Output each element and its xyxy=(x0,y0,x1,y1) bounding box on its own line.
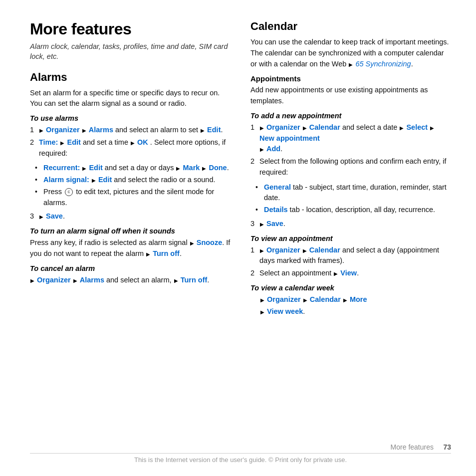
arrow-icon xyxy=(303,123,307,132)
arrow-icon xyxy=(174,276,178,285)
view-week-bullets: Organizer Calendar More View week. xyxy=(250,294,451,317)
to-view-heading: To view an appointment xyxy=(250,235,451,242)
view-appointment-steps: 1 Organizer Calendar and select a day (a… xyxy=(250,245,451,279)
calendar-title: Calendar xyxy=(250,20,451,33)
arrow-icon xyxy=(260,145,264,154)
footer-section-label: More features xyxy=(391,443,434,451)
arrow-icon xyxy=(39,212,43,221)
arrow-icon xyxy=(92,176,96,185)
footer-section-page: More features 73 xyxy=(30,443,451,451)
to-use-alarms-heading: To use alarms xyxy=(30,114,231,122)
alarms-bullets: • Recurrent: Edit and set a day or days … xyxy=(30,163,231,208)
arrow-icon xyxy=(60,138,64,147)
appointments-title: Appointments xyxy=(250,74,451,83)
add-appointment-steps: 1 Organizer Calendar and select a date S… xyxy=(250,122,451,178)
right-column: Calendar You can use the calendar to kee… xyxy=(250,20,451,320)
footer-notice: This is the Internet version of the user… xyxy=(30,456,451,464)
arrow-icon xyxy=(190,238,194,247)
arrow-icon xyxy=(176,164,180,173)
arrow-icon xyxy=(146,249,150,258)
to-turn-off-heading: To turn an alarm signal off when it soun… xyxy=(30,227,231,235)
use-alarms-steps: 1 Organizer Alarms and select an alarm t… xyxy=(30,125,231,159)
arrow-icon xyxy=(131,138,135,147)
footer: More features 73 This is the Internet ve… xyxy=(0,443,476,464)
step3-save: 3 Save. xyxy=(30,211,231,222)
page: More features Alarm clock, calendar, tas… xyxy=(0,0,476,476)
add-step3-save: 3 Save. xyxy=(250,219,451,230)
arrow-icon xyxy=(430,123,434,132)
calendar-description: You can use the calendar to keep track o… xyxy=(250,37,451,69)
appointments-description: Add new appointments or use existing app… xyxy=(250,85,451,107)
page-title: More features xyxy=(30,20,231,38)
to-view-week-heading: To view a calendar week xyxy=(250,284,451,292)
add-step-1: 1 Organizer Calendar and select a date S… xyxy=(250,122,451,155)
arrow-icon xyxy=(82,126,86,135)
arrow-icon xyxy=(82,164,86,173)
step-2: 2 Time: Edit and set a time OK . Select … xyxy=(30,137,231,159)
arrow-icon xyxy=(73,276,77,285)
arrow-icon xyxy=(260,295,264,304)
arrow-icon xyxy=(260,246,264,255)
step-3: 3 Save. xyxy=(30,211,231,222)
arrow-icon xyxy=(334,269,338,278)
to-cancel-body: Organizer Alarms and select an alarm, Tu… xyxy=(30,275,231,286)
page-subtitle: Alarm clock, calendar, tasks, profiles, … xyxy=(30,41,231,62)
arrow-icon xyxy=(30,276,34,285)
to-add-heading: To add a new appointment xyxy=(250,112,451,120)
arrow-icon xyxy=(39,126,43,135)
appointment-options: • General tab - subject, start time, dur… xyxy=(250,182,451,216)
view-week-bullet-2: View week. xyxy=(250,306,451,317)
step-1: 1 Organizer Alarms and select an alarm t… xyxy=(30,125,231,136)
arrow-icon xyxy=(400,123,404,132)
arrow-icon xyxy=(202,164,206,173)
view-step-2: 2 Select an appointment View. xyxy=(250,268,451,279)
add-step-3: 3 Save. xyxy=(250,219,451,230)
joystick-icon: c xyxy=(65,188,73,196)
left-column: More features Alarm clock, calendar, tas… xyxy=(30,20,231,320)
arrow-icon xyxy=(303,295,307,304)
to-turn-off-body: Press any key, if radio is selected as a… xyxy=(30,238,231,259)
bullet-details: • Details tab - location, description, a… xyxy=(255,205,451,216)
arrow-icon xyxy=(349,60,353,69)
to-cancel-heading: To cancel an alarm xyxy=(30,264,231,272)
arrow-icon xyxy=(260,307,264,316)
view-week-bullet-1: Organizer Calendar More xyxy=(250,294,451,305)
arrow-icon xyxy=(201,126,205,135)
page-number: 73 xyxy=(443,443,451,451)
alarms-title: Alarms xyxy=(30,71,231,84)
add-step-2: 2 Select from the following options and … xyxy=(250,156,451,178)
bullet-alarm-signal: • Alarm signal: Edit and select the radi… xyxy=(35,175,231,186)
arrow-icon xyxy=(260,220,264,229)
main-content: More features Alarm clock, calendar, tas… xyxy=(30,20,451,320)
arrow-icon xyxy=(260,123,264,132)
bullet-press-icon: • Press c to edit text, pictures and the… xyxy=(35,187,231,209)
bullet-general: • General tab - subject, start time, dur… xyxy=(255,182,451,204)
arrow-icon xyxy=(303,246,307,255)
view-step-1: 1 Organizer Calendar and select a day (a… xyxy=(250,245,451,267)
bullet-recurrent: • Recurrent: Edit and set a day or days … xyxy=(35,163,231,174)
footer-divider xyxy=(30,453,451,454)
arrow-icon xyxy=(343,295,347,304)
alarms-description: Set an alarm for a specific time or spec… xyxy=(30,88,231,110)
